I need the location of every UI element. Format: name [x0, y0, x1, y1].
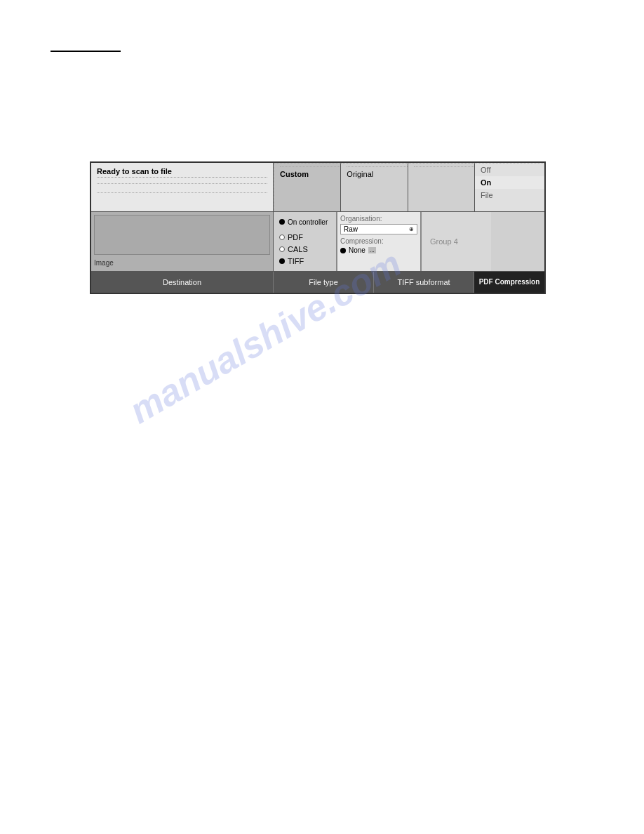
- controller-label: On controller: [288, 218, 328, 226]
- none-label: None: [349, 246, 365, 254]
- radio-tiff: [279, 258, 285, 264]
- radio-cals: [279, 246, 285, 252]
- organisation-label: Organisation:: [340, 215, 417, 223]
- status-panel: Ready to scan to file: [91, 163, 274, 211]
- filetype-column: On controller PDF CALS TIFF: [274, 212, 337, 271]
- status-title: Ready to scan to file: [97, 167, 267, 178]
- tiff-label: TIFF: [288, 257, 304, 265]
- tiff-subformat-panel: Organisation: Raw ⊕ Compression: None ..…: [337, 212, 421, 271]
- cals-label: CALS: [288, 245, 308, 253]
- tiff-option[interactable]: TIFF: [279, 257, 330, 265]
- middle-row: Image On controller PDF CALS: [91, 212, 544, 272]
- image-label: Image: [94, 259, 270, 267]
- compression-label: Compression:: [340, 237, 417, 245]
- thumbnail-area: Image: [91, 212, 274, 271]
- mode-button-custom[interactable]: Custom: [274, 163, 341, 211]
- mode-buttons: Custom Original: [274, 163, 474, 211]
- output-on[interactable]: On: [475, 176, 544, 189]
- print-area: [408, 163, 474, 211]
- nav-tab-destination-left[interactable]: Destination: [91, 272, 274, 293]
- pdf-label: PDF: [288, 233, 303, 241]
- group4-area: Group 4: [421, 212, 491, 271]
- top-row: Ready to scan to file Custom Original: [91, 163, 544, 212]
- nav-tab-tiff-subformat[interactable]: TIFF subformat: [374, 272, 474, 293]
- group4-text: Group 4: [426, 236, 487, 247]
- pdf-compression-tab-label: PDF Compression: [479, 278, 540, 286]
- dots-indicator: ...: [368, 247, 376, 253]
- tiff-subformat-tab-label: TIFF subformat: [397, 278, 450, 286]
- nav-tab-file-type[interactable]: File type: [274, 272, 374, 293]
- destination-tab-label: Destination: [163, 278, 201, 286]
- organisation-value: Raw: [344, 225, 358, 233]
- status-divider2: [97, 192, 267, 193]
- original-label: Original: [347, 170, 373, 178]
- output-file[interactable]: File: [475, 189, 544, 201]
- output-mode-panel: Off On File: [474, 163, 544, 211]
- output-off[interactable]: Off: [475, 164, 544, 176]
- file-type-tab-label: File type: [309, 278, 338, 286]
- radio-none: [340, 248, 346, 253]
- scanner-panel: Ready to scan to file Custom Original: [90, 161, 546, 294]
- nav-tab-pdf-compression[interactable]: PDF Compression: [474, 272, 544, 293]
- top-rule: [51, 51, 121, 52]
- cals-option[interactable]: CALS: [279, 245, 330, 253]
- dropdown-arrow: ⊕: [409, 226, 414, 232]
- custom-label: Custom: [280, 170, 309, 178]
- nav-tabs: Destination File type TIFF subformat PDF…: [91, 272, 544, 293]
- radio-pdf: [279, 234, 285, 240]
- mode-button-original[interactable]: Original: [341, 163, 408, 211]
- organisation-dropdown[interactable]: Raw ⊕: [340, 224, 417, 234]
- pdf-option[interactable]: PDF: [279, 233, 330, 241]
- controller-row: On controller: [279, 218, 330, 226]
- radio-controller: [279, 219, 285, 225]
